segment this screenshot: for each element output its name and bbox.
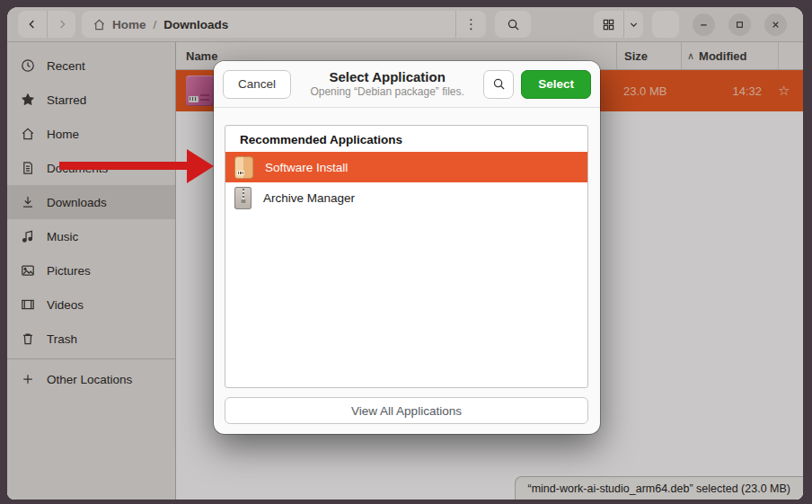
dialog-subtitle: Opening “Debian package” files. xyxy=(291,85,483,99)
select-button[interactable]: Select xyxy=(521,70,591,99)
application-list: Recommended Applications Software Instal… xyxy=(225,125,588,388)
app-name: Archive Manager xyxy=(263,191,355,205)
dialog-content: Recommended Applications Software Instal… xyxy=(214,108,600,434)
archive-manager-icon xyxy=(234,187,252,209)
view-all-applications-button[interactable]: View All Applications xyxy=(225,397,588,424)
search-icon xyxy=(492,77,506,91)
app-name: Software Install xyxy=(265,161,348,174)
recommended-section-header: Recommended Applications xyxy=(225,126,587,152)
annotation-arrow-body xyxy=(59,162,188,170)
dialog-header: Cancel Select Application Opening “Debia… xyxy=(214,61,600,108)
cancel-button[interactable]: Cancel xyxy=(223,70,291,99)
dialog-search-button[interactable] xyxy=(483,70,514,99)
app-row-software-install[interactable]: Software Install xyxy=(225,152,587,182)
dialog-title: Select Application xyxy=(291,69,483,86)
software-install-icon xyxy=(234,156,253,179)
app-row-archive-manager[interactable]: Archive Manager xyxy=(225,182,587,213)
select-application-dialog: Cancel Select Application Opening “Debia… xyxy=(214,61,600,434)
annotation-arrow-head xyxy=(187,149,214,183)
